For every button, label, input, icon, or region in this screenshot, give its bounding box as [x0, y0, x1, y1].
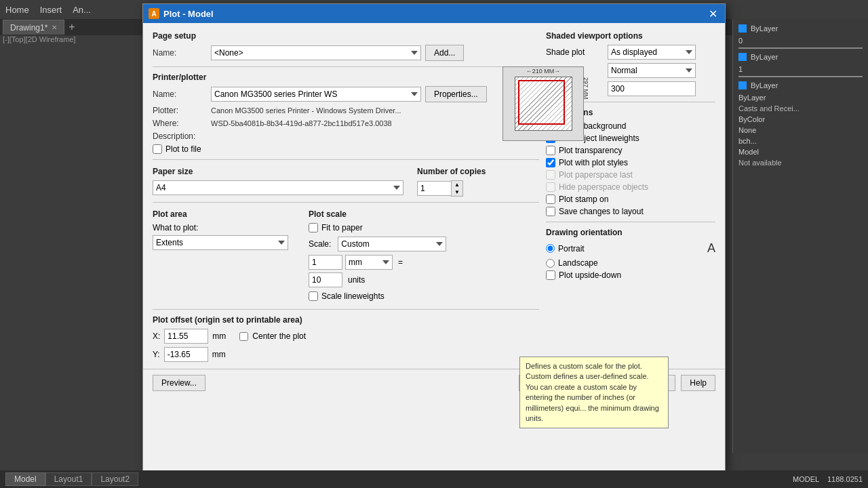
center-the-plot-checkbox[interactable]: [239, 332, 248, 341]
scale-select[interactable]: Custom: [338, 237, 446, 251]
layer-value-1: 0: [738, 37, 863, 45]
plot-paperspace-last-label: Plot paperspace last: [559, 170, 633, 180]
page-setup-name-select[interactable]: <None>: [211, 45, 421, 60]
dpi-input[interactable]: [608, 81, 696, 96]
properties-button[interactable]: Properties...: [425, 86, 487, 102]
dialog-close-button[interactable]: ✕: [706, 7, 719, 20]
what-to-plot-label: What to plot:: [153, 223, 288, 232]
quality-select[interactable]: Normal: [608, 63, 696, 78]
plot-paperspace-last-checkbox[interactable]: [546, 170, 555, 180]
plot-upside-down-label: Plot upside-down: [559, 270, 621, 280]
plot-stamp-on-label: Plot stamp on: [559, 195, 608, 204]
hide-paperspace-objects-label: Hide paperspace objects: [559, 182, 648, 192]
where-value: WSD-5ba4081b-8b34-419d-a877-2bc11bd517e3…: [211, 119, 392, 127]
scale-lineweights-label: Scale lineweights: [321, 291, 384, 301]
hide-paperspace-objects-checkbox[interactable]: [546, 182, 555, 192]
plot-transparency-checkbox[interactable]: [546, 146, 555, 155]
dialog-icon: A: [149, 8, 159, 19]
plotter-label: Plotter:: [153, 106, 207, 115]
viewport-label: [-][Top][2D Wireframe]: [3, 35, 76, 43]
printer-name-select[interactable]: Canon MG3500 series Printer WS: [211, 87, 421, 102]
drawing-tab[interactable]: Drawing1* ✕: [3, 20, 64, 35]
add-tab-button[interactable]: +: [64, 21, 79, 33]
y-offset-input[interactable]: [164, 347, 208, 362]
help-button[interactable]: Help: [681, 375, 715, 391]
tab-close-icon[interactable]: ✕: [52, 24, 57, 31]
plot-offset-header: Plot offset (origin set to printable are…: [153, 315, 539, 325]
layer-value-3: ByLayer: [738, 94, 863, 102]
plot-to-file-label: Plot to file: [165, 144, 201, 154]
shade-plot-label: Shade plot: [546, 47, 604, 57]
landscape-radio[interactable]: [546, 259, 555, 268]
not-available-label: Not available: [738, 159, 863, 167]
plot-with-plot-styles-checkbox[interactable]: [546, 158, 555, 167]
fit-to-paper-checkbox[interactable]: [309, 223, 318, 232]
what-to-plot-select[interactable]: Extents: [153, 235, 288, 250]
status-coords: MODEL 1188.0251: [793, 475, 863, 483]
copies-spinner: ▲ ▼: [417, 180, 539, 197]
center-the-plot-label: Center the plot: [252, 331, 306, 341]
plot-area-header: Plot area: [153, 209, 288, 219]
dialog-title: Plot - Model: [163, 9, 214, 19]
menu-insert[interactable]: Insert: [40, 5, 62, 15]
drawing-tab-label: Drawing1*: [10, 23, 47, 33]
x-offset-input[interactable]: [164, 329, 208, 344]
fit-to-paper-label: Fit to paper: [321, 223, 363, 232]
menu-annotate[interactable]: An...: [73, 5, 91, 15]
bycolor-label: ByColor: [738, 115, 863, 123]
scale-denominator-input[interactable]: [309, 272, 342, 287]
menu-home[interactable]: Home: [5, 5, 29, 15]
equals-sign: =: [398, 258, 403, 267]
plot-scale-header: Plot scale: [309, 209, 539, 219]
bylayer-label-2: ByLayer: [751, 53, 778, 61]
plot-stamp-on-checkbox[interactable]: [546, 195, 555, 204]
dialog-titlebar: A Plot - Model ✕: [143, 4, 725, 23]
plot-upside-down-checkbox[interactable]: [546, 270, 555, 280]
plot-with-plot-styles-label: Plot with plot styles: [559, 158, 628, 167]
page-setup-add-button[interactable]: Add...: [425, 45, 464, 61]
layer-value-2: 1: [738, 65, 863, 73]
copies-up-button[interactable]: ▲: [452, 181, 462, 188]
tooltip-text: Defines a custom scale for the plot. Cus…: [526, 362, 659, 422]
layout2-tab[interactable]: Layout2: [92, 472, 138, 486]
landscape-label: Landscape: [558, 258, 598, 268]
status-bar: Model Layout1 Layout2 MODEL 1188.0251: [0, 470, 868, 488]
x-label: X:: [153, 331, 160, 341]
where-label: Where:: [153, 119, 207, 128]
model-tab[interactable]: Model: [5, 472, 45, 486]
print-preview-box: ←210 MM→ 297 MM: [502, 66, 584, 141]
x-unit: mm: [212, 331, 226, 341]
layout1-tab[interactable]: Layout1: [45, 472, 92, 486]
shade-plot-select[interactable]: As displayed: [608, 45, 696, 60]
y-label: Y:: [153, 350, 160, 359]
page-setup-header: Page setup: [153, 31, 539, 41]
bylayer-label-3: ByLayer: [751, 81, 778, 89]
portrait-radio[interactable]: [546, 244, 555, 253]
plot-to-file-checkbox[interactable]: [153, 144, 162, 154]
portrait-label: Portrait: [558, 244, 585, 253]
save-changes-to-layout-checkbox[interactable]: [546, 207, 555, 216]
plot-transparency-label: Plot transparency: [559, 146, 622, 155]
bylayer-label-1: ByLayer: [751, 24, 778, 33]
copies-input[interactable]: [417, 181, 451, 196]
description-label: Description:: [153, 131, 207, 141]
plotter-value: Canon MG3500 series Printer - Windows Sy…: [211, 106, 401, 115]
scale-tooltip: Defines a custom scale for the plot. Cus…: [519, 357, 669, 428]
right-panel: ByLayer 0 ByLayer 1 ByLayer ByLayer Cast…: [732, 19, 868, 453]
paper-size-select[interactable]: A4: [153, 180, 403, 195]
scale-unit-select[interactable]: mm: [345, 255, 393, 270]
page-setup-name-label: Name:: [153, 48, 207, 58]
plot-model-dialog: A Plot - Model ✕ Page setup Name: <None>…: [142, 3, 726, 471]
portrait-icon: A: [707, 241, 715, 256]
scale-lineweights-checkbox[interactable]: [309, 291, 318, 301]
none-label: None: [738, 126, 863, 134]
copies-down-button[interactable]: ▼: [452, 188, 462, 196]
units-label: units: [348, 275, 365, 285]
number-of-copies-header: Number of copies: [417, 167, 539, 176]
printer-plotter-header: Printer/plotter: [153, 73, 539, 82]
y-unit: mm: [212, 350, 226, 359]
printer-name-label: Name:: [153, 89, 207, 99]
scale-numerator-input[interactable]: [309, 255, 342, 270]
casts-label: Casts and Recei...: [738, 104, 863, 113]
preview-button[interactable]: Preview...: [153, 375, 205, 391]
